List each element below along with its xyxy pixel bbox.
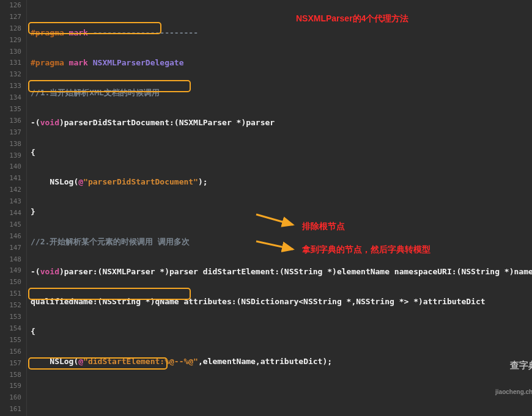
line-number: 148 [0,254,21,266]
code-line: //2.开始解析某个元素的时候调用 调用多次 [31,236,532,248]
annotation-top: NSXMLParser的4个代理方法 [296,13,408,24]
line-number: 146 [0,231,21,243]
line-number: 156 [0,346,21,358]
line-number: 144 [0,208,21,219]
line-number: 134 [0,92,21,104]
code-line: -(void)parser:(NSXMLParser *)parser didS… [31,266,532,278]
line-number: 130 [0,46,21,58]
line-number: 128 [0,23,21,35]
line-number: 150 [0,277,21,288]
line-number: 152 [0,300,21,312]
line-number: 133 [0,81,21,92]
line-number: 145 [0,219,21,231]
highlight-comment-1: //1.当开始解析XML文档的时候调用 [31,88,160,97]
code-line: { [31,147,532,159]
code-line: { [31,326,532,338]
line-number: 154 [0,323,21,335]
annotation-exclude-root: 排除根节点 [302,221,345,232]
code-line: //1.当开始解析XML文档的时候调用 [31,87,532,99]
line-number: 138 [0,139,21,150]
line-number: 151 [0,288,21,300]
watermark: 查字典 教程网 jiaocheng.chazidian.com [495,341,532,414]
code-line: NSLog(@"didStartElement:%@--%@",elementN… [31,356,532,368]
line-number: 140 [0,161,21,173]
line-number: 129 [0,35,21,46]
line-number: 157 [0,358,21,370]
line-number: 159 [0,381,21,392]
line-number-gutter: 1261271281291301311321331341351361371381… [0,0,27,416]
line-number: 149 [0,265,21,277]
line-number: 160 [0,392,21,404]
line-number: 126 [0,0,21,12]
line-number: 153 [0,312,21,323]
code-line [31,386,532,398]
line-number: 139 [0,150,21,162]
line-number: 132 [0,69,21,81]
line-number: 147 [0,243,21,254]
code-line: } [31,206,532,218]
code-line: -(void)parserDidStartDocument:(NSXMLPars… [31,117,532,129]
code-line: qualifiedName:(NSString *)qName attribut… [31,296,532,308]
line-number: 158 [0,370,21,381]
line-number: 142 [0,184,21,196]
line-number: 143 [0,196,21,208]
code-area[interactable]: #pragma mark ---------------------- #pra… [27,0,532,416]
line-number: 127 [0,12,21,23]
line-number: 155 [0,335,21,346]
line-number: 137 [0,127,21,139]
line-number: 136 [0,115,21,127]
code-line: NSLog(@"parserDidStartDocument"); [31,177,532,188]
line-number: 135 [0,104,21,115]
highlight-comment-2: //2.开始解析某个元素的时候调用 调用多次 [31,237,190,246]
code-line: #pragma mark NSXMLParserDelegate [31,57,532,69]
line-number: 131 [0,57,21,69]
line-number: 141 [0,173,21,184]
code-editor: 1261271281291301311321331341351361371381… [0,0,532,416]
code-line: #pragma mark ---------------------- [31,27,532,39]
line-number: 161 [0,404,21,415]
